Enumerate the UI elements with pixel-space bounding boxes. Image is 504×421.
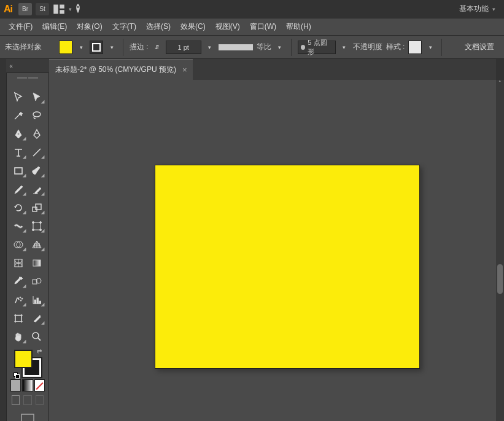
color-mode-none[interactable]: [34, 379, 45, 391]
fill-stroke-indicator[interactable]: ⇄: [14, 350, 41, 377]
menu-edit[interactable]: 编辑(E): [37, 19, 72, 34]
stroke-profile-preview[interactable]: [219, 44, 253, 50]
color-mode-gradient[interactable]: [22, 379, 33, 391]
menu-file[interactable]: 文件(F): [4, 19, 37, 34]
scale-tool[interactable]: [28, 199, 46, 217]
svg-point-21: [21, 298, 23, 299]
scroll-up-arrow[interactable]: ˄: [496, 80, 504, 89]
default-fill-stroke-icon[interactable]: [14, 372, 20, 379]
type-tool[interactable]: [9, 143, 28, 162]
separator: [123, 39, 123, 56]
gradient-tool[interactable]: [28, 254, 46, 272]
bridge-button[interactable]: Br: [18, 3, 32, 15]
menu-help[interactable]: 帮助(H): [281, 19, 316, 34]
zoom-tool[interactable]: [28, 328, 46, 346]
svg-point-13: [40, 229, 42, 231]
stroke-swatch[interactable]: [90, 41, 103, 54]
paintbrush-tool[interactable]: [28, 162, 46, 180]
graphic-style-swatch[interactable]: [408, 41, 422, 54]
menu-select[interactable]: 选择(S): [141, 19, 176, 34]
uniform-label: 等比: [257, 42, 271, 52]
svg-rect-24: [37, 298, 39, 304]
tools-panel-tab[interactable]: «: [6, 59, 49, 73]
selection-tool[interactable]: [9, 88, 28, 106]
line-segment-tool[interactable]: [28, 143, 46, 162]
draw-behind-icon[interactable]: [23, 395, 31, 405]
artboard[interactable]: [155, 165, 420, 369]
direct-selection-tool[interactable]: [28, 88, 46, 106]
close-tab-icon[interactable]: ×: [182, 65, 187, 74]
stroke-weight-dropdown[interactable]: ▾: [205, 41, 215, 54]
canvas-area[interactable]: [49, 80, 496, 421]
width-tool[interactable]: [9, 217, 28, 235]
rotate-tool[interactable]: [9, 199, 28, 217]
opacity-label[interactable]: 不透明度: [353, 42, 382, 52]
lasso-tool[interactable]: [28, 106, 46, 125]
stroke-dropdown[interactable]: ▾: [107, 41, 117, 54]
separator: [441, 39, 442, 56]
column-graph-tool[interactable]: [28, 291, 46, 309]
symbol-sprayer-tool[interactable]: [9, 291, 28, 309]
menu-bar: 文件(F) 编辑(E) 对象(O) 文字(T) 选择(S) 效果(C) 视图(V…: [0, 18, 504, 36]
menu-type[interactable]: 文字(T): [107, 19, 141, 34]
gpu-rocket-icon[interactable]: [72, 3, 84, 15]
stroke-profile-dropdown[interactable]: ▾: [275, 41, 285, 54]
svg-rect-17: [33, 260, 41, 266]
shape-builder-tool[interactable]: [9, 235, 28, 254]
svg-point-20: [20, 297, 21, 298]
draw-normal-icon[interactable]: [12, 395, 20, 405]
perspective-grid-tool[interactable]: [28, 235, 46, 254]
collapse-chevrons-icon: «: [6, 63, 16, 69]
document-tab[interactable]: 未标题-2* @ 50% (CMYK/GPU 预览) ×: [49, 59, 193, 80]
fill-color-box[interactable]: [14, 350, 33, 368]
draw-mode-row: [9, 395, 46, 409]
menu-object[interactable]: 对象(O): [72, 19, 107, 34]
mesh-tool[interactable]: [9, 254, 28, 272]
graphic-style-dropdown[interactable]: ▾: [425, 41, 435, 54]
stroke-weight-value[interactable]: 1 pt: [166, 41, 201, 54]
svg-rect-1: [60, 4, 64, 8]
blend-tool[interactable]: [28, 272, 46, 291]
app-title-bar: Ai Br St ▾ 基本功能 ▾: [0, 0, 504, 18]
svg-rect-26: [15, 315, 21, 321]
curvature-tool[interactable]: [28, 125, 46, 143]
workspace-switcher[interactable]: 基本功能 ▾: [454, 2, 500, 16]
fill-dropdown[interactable]: ▾: [76, 41, 86, 54]
svg-point-10: [33, 222, 34, 224]
stock-button[interactable]: St: [36, 3, 49, 15]
scrollbar-thumb[interactable]: [497, 264, 503, 294]
left-gutter: [0, 59, 6, 421]
svg-point-5: [18, 133, 20, 135]
stroke-weight-stepper[interactable]: ⇵: [152, 41, 162, 54]
rectangle-tool[interactable]: [9, 162, 28, 180]
menu-effect[interactable]: 效果(C): [176, 19, 211, 34]
color-mode-solid[interactable]: [10, 379, 21, 391]
svg-point-3: [77, 6, 79, 7]
document-setup-button[interactable]: 文档设置: [460, 39, 499, 55]
magic-wand-tool[interactable]: [9, 106, 28, 125]
menu-window[interactable]: 窗口(W): [245, 19, 281, 34]
hand-tool[interactable]: [9, 328, 28, 346]
tools-panel: ⇄: [6, 73, 49, 421]
vertical-scrollbar[interactable]: ˄: [496, 80, 504, 421]
style-label: 样式 :: [386, 42, 405, 52]
screen-mode-icon[interactable]: [21, 414, 34, 421]
shaper-tool[interactable]: [9, 180, 28, 199]
artboard-tool[interactable]: [9, 309, 28, 328]
panel-grip[interactable]: [9, 77, 46, 85]
chevron-down-icon: ▾: [492, 6, 495, 12]
brush-name: 5 点圆形: [308, 38, 332, 57]
swap-fill-stroke-icon[interactable]: ⇄: [37, 348, 42, 355]
free-transform-tool[interactable]: [28, 217, 46, 235]
brush-dropdown[interactable]: ▾: [339, 41, 349, 54]
eraser-tool[interactable]: [28, 180, 46, 199]
slice-tool[interactable]: [28, 309, 46, 328]
draw-inside-icon[interactable]: [36, 395, 44, 405]
stroke-label: 描边 :: [130, 42, 149, 52]
brush-definition[interactable]: 5 点圆形: [298, 41, 336, 54]
pen-tool[interactable]: [9, 125, 28, 143]
eyedropper-tool[interactable]: [9, 272, 28, 291]
arrange-documents-icon[interactable]: [53, 3, 65, 15]
fill-swatch[interactable]: [59, 41, 72, 54]
menu-view[interactable]: 视图(V): [211, 19, 245, 34]
